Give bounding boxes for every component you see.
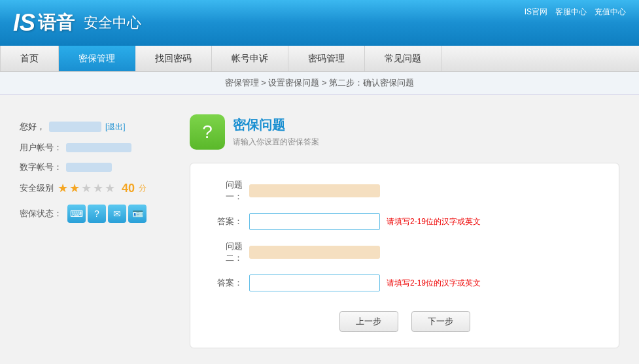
answer2-label: 答案：: [210, 277, 243, 289]
mibao-icon-keyboard: ⌨: [67, 205, 86, 223]
header: IS 语音 安全中心 IS官网 客服中心 充值中心: [0, 0, 639, 46]
digital-label: 数字帐号：: [20, 161, 62, 173]
next-button[interactable]: 下一步: [411, 311, 470, 332]
greeting-prefix: 您好，: [20, 121, 45, 133]
form-area: 问题一： 答案： 请填写2-19位的汉字或英文 问题二： 答案：: [190, 163, 619, 348]
question2-label: 问题二：: [210, 240, 243, 264]
answer2-input[interactable]: [249, 274, 380, 291]
account-value-placeholder: [66, 143, 131, 152]
question2-row: 问题二：: [210, 240, 599, 264]
stars: ★ ★ ★ ★ ★: [58, 181, 115, 195]
digital-value-placeholder: [66, 163, 112, 172]
star-3: ★: [81, 181, 92, 195]
nav-item-appeal[interactable]: 帐号申诉: [212, 46, 288, 71]
digital-row: 数字帐号：: [20, 161, 157, 173]
link-official[interactable]: IS官网: [525, 7, 547, 18]
mibao-icon-question: ?: [88, 205, 106, 223]
star-4: ★: [93, 181, 103, 195]
user-greeting: 您好， [退出]: [20, 121, 157, 133]
security-label: 安全级别: [20, 182, 54, 194]
nav-item-home[interactable]: 首页: [0, 46, 59, 71]
panel-header: ? 密保问题 请输入你设置的密保答案: [190, 114, 619, 150]
question1-value-placeholder: [249, 184, 380, 197]
nav: 首页 密保管理 找回密码 帐号申诉 密码管理 常见问题: [0, 46, 639, 72]
answer1-label: 答案：: [210, 216, 243, 227]
question1-row: 问题一：: [210, 179, 599, 203]
mibao-icon-email: ✉: [108, 205, 126, 223]
answer2-row: 答案： 请填写2-19位的汉字或英文: [210, 274, 599, 291]
breadcrumb-text: 密保管理 > 设置密保问题 > 第二步：确认密保问题: [225, 78, 415, 88]
answer1-input[interactable]: [249, 213, 380, 230]
breadcrumb: 密保管理 > 设置密保问题 > 第二步：确认密保问题: [0, 72, 639, 95]
question2-value-placeholder: [249, 246, 380, 259]
question-icon-box: ?: [190, 114, 225, 150]
answer1-row: 答案： 请填写2-19位的汉字或英文: [210, 213, 599, 230]
panel-title-area: 密保问题 请输入你设置的密保答案: [233, 116, 319, 148]
question1-label: 问题一：: [210, 179, 243, 203]
logo-voice: 语音: [38, 10, 75, 35]
left-panel: 您好， [退出] 用户帐号： 数字帐号： 安全级别 ★ ★ ★ ★ ★ 40 分…: [13, 108, 164, 356]
account-label: 用户帐号：: [20, 142, 62, 154]
logo-security: 安全中心: [84, 13, 141, 33]
logo: IS 语音 安全中心: [13, 9, 141, 37]
answer2-hint: 请填写2-19位的汉字或英文: [387, 278, 481, 289]
answer1-hint: 请填写2-19位的汉字或英文: [387, 216, 481, 227]
star-1: ★: [58, 181, 68, 195]
star-5: ★: [105, 181, 115, 195]
link-recharge[interactable]: 充值中心: [595, 7, 626, 18]
answer1-input-wrap: 请填写2-19位的汉字或英文: [249, 213, 481, 230]
logout-link[interactable]: [退出]: [105, 122, 126, 133]
nav-item-mibao[interactable]: 密保管理: [59, 46, 135, 71]
nav-item-faq[interactable]: 常见问题: [365, 46, 441, 71]
right-panel: ? 密保问题 请输入你设置的密保答案 问题一： 答案： 请填写2-19位的汉字或…: [183, 108, 626, 356]
panel-title: 密保问题: [233, 116, 319, 134]
star-2: ★: [69, 181, 80, 195]
answer2-input-wrap: 请填写2-19位的汉字或英文: [249, 274, 481, 291]
mibao-icon-id: 🪪: [128, 205, 147, 223]
mibao-status-row: 密保状态： ⌨ ? ✉ 🪪: [20, 205, 157, 223]
mibao-icons: ⌨ ? ✉ 🪪: [67, 205, 147, 223]
score-value: 40: [122, 182, 135, 195]
mibao-label: 密保状态：: [20, 208, 62, 220]
nav-item-pwmgr[interactable]: 密码管理: [288, 46, 365, 71]
main-content: 您好， [退出] 用户帐号： 数字帐号： 安全级别 ★ ★ ★ ★ ★ 40 分…: [0, 95, 639, 364]
nav-item-findpw[interactable]: 找回密码: [135, 46, 212, 71]
header-links: IS官网 客服中心 充值中心: [525, 7, 626, 18]
btn-row: 上一步 下一步: [210, 305, 599, 332]
question-icon: ?: [202, 122, 213, 142]
user-name-placeholder: [49, 122, 101, 132]
prev-button[interactable]: 上一步: [339, 311, 398, 332]
security-level-row: 安全级别 ★ ★ ★ ★ ★ 40 分: [20, 181, 157, 195]
link-support[interactable]: 客服中心: [555, 7, 587, 18]
score-unit: 分: [139, 183, 147, 194]
panel-subtitle: 请输入你设置的密保答案: [233, 137, 319, 148]
logo-is: IS: [13, 9, 35, 37]
account-row: 用户帐号：: [20, 142, 157, 154]
